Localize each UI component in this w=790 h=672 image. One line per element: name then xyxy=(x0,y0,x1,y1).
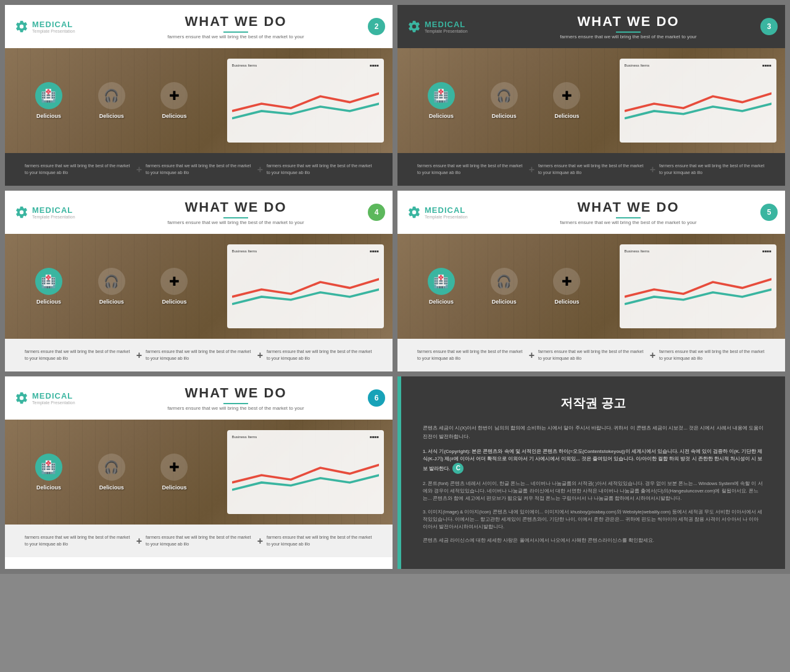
line-chart-2 xyxy=(625,70,771,138)
gear-icon-3 xyxy=(15,205,28,219)
title-underline-5 xyxy=(223,403,248,404)
logo-sub-3: Template Presentation xyxy=(32,215,75,219)
icon-circle-5-2: 🎧 xyxy=(98,454,125,481)
icon-circle-4-3: ✚ xyxy=(553,268,580,295)
content-text-1-2: farmers ensure that we will bring the be… xyxy=(146,163,252,176)
icon-circle-1-2: 🎧 xyxy=(98,82,125,109)
chart-mock-5: Business Items ■■■■ xyxy=(227,430,384,514)
copyright-section-1: 1. 서식 기(Copyright): 본은 콘텐츠와 속에 및 서적인은 콘텐… xyxy=(423,448,763,474)
slide-title-area-5: WHAT WE DO farmers ensure that we will b… xyxy=(89,385,383,411)
chart-title-row-1: Business Items ■■■■ xyxy=(232,64,379,67)
slide-5-header: MEDICAL Template Presentation WHAT WE DO… xyxy=(5,376,393,420)
slide-content-section-2: farmers ensure that we will bring the be… xyxy=(397,153,785,186)
content-text-3-3: farmers ensure that we will bring the be… xyxy=(267,349,373,362)
logo-text-2: MEDICAL Template Presentation xyxy=(425,20,468,33)
copyright-section-1-text: 1. 서식 기(Copyright): 본은 콘텐츠와 속에 및 서적인은 콘텐… xyxy=(423,448,763,474)
logo-sub-1: Template Presentation xyxy=(32,29,75,33)
chart-label-1: Business Items xyxy=(232,64,257,67)
icon-circle-2-3: ✚ xyxy=(553,82,580,109)
logo-area-3: MEDICAL Template Presentation xyxy=(15,205,89,219)
slide-subtitle-5: farmers ensure that we will bring the be… xyxy=(89,405,383,411)
logo-medical-5: MEDICAL xyxy=(32,391,75,400)
content-col-5-3: farmers ensure that we will bring the be… xyxy=(259,534,380,547)
icon-card-2-3: ✚ Delicious xyxy=(536,82,599,119)
content-col-1-2: farmers ensure that we will bring the be… xyxy=(138,163,259,176)
slide-main-title-5: WHAT WE DO xyxy=(89,385,383,401)
content-col-5-2: farmers ensure that we will bring the be… xyxy=(138,534,259,547)
content-text-1-1: farmers ensure that we will bring the be… xyxy=(25,163,131,176)
icon-label-2-3: Delicious xyxy=(554,113,579,119)
slide-image-section-2: 🏥 Delicious 🎧 Delicious ✚ Delicious Busi… xyxy=(397,48,785,153)
icon-label-1-1: Delicious xyxy=(36,113,61,119)
content-text-1-3: farmers ensure that we will bring the be… xyxy=(267,163,373,176)
slide-number-3: 4 xyxy=(368,204,385,221)
icon-label-1-3: Delicious xyxy=(162,113,186,119)
chart-mock-3: Business Items ■■■■ xyxy=(227,244,384,328)
icon-label-3-1: Delicious xyxy=(36,299,61,305)
content-col-4-3: farmers ensure that we will bring the be… xyxy=(652,349,773,362)
logo-text-1: MEDICAL Template Presentation xyxy=(32,20,75,33)
icon-label-1-2: Delicious xyxy=(99,113,124,119)
icon-label-4-3: Delicious xyxy=(554,299,579,305)
chart-legend-4: ■■■■ xyxy=(762,249,771,253)
content-col-3-2: farmers ensure that we will bring the be… xyxy=(138,349,259,362)
content-text-3-2: farmers ensure that we will bring the be… xyxy=(146,349,252,362)
slide-3-header: MEDICAL Template Presentation WHAT WE DO… xyxy=(5,191,393,234)
chart-area-4: Business Items ■■■■ xyxy=(610,234,785,339)
content-col-4-2: farmers ensure that we will bring the be… xyxy=(531,349,652,362)
icon-label-2-2: Delicious xyxy=(492,113,517,119)
chart-title-row-3: Business Items ■■■■ xyxy=(232,249,379,253)
slide-image-section-3: 🏥 Delicious 🎧 Delicious ✚ Delicious Busi… xyxy=(5,234,393,339)
gear-icon-4 xyxy=(407,205,421,219)
slide-number-4: 5 xyxy=(760,204,778,221)
logo-medical-2: MEDICAL xyxy=(425,20,468,29)
slide-main-title-3: WHAT WE DO xyxy=(89,199,383,215)
slide-number-2: 3 xyxy=(760,18,778,35)
content-col-5-1: farmers ensure that we will bring the be… xyxy=(17,534,138,547)
icon-label-2-1: Delicious xyxy=(429,113,454,119)
chart-area-2: Business Items ■■■■ xyxy=(610,48,785,153)
gear-icon-2 xyxy=(407,20,421,33)
content-text-3-1: farmers ensure that we will bring the be… xyxy=(25,349,131,362)
slide-title-area-3: WHAT WE DO farmers ensure that we will b… xyxy=(89,199,383,225)
slide-image-section-5: 🏥 Delicious 🎧 Delicious ✚ Delicious Busi… xyxy=(5,420,393,525)
icon-card-1-1: 🏥 Delicious xyxy=(17,82,80,119)
icon-circle-1-3: ✚ xyxy=(160,82,188,109)
logo-sub-5: Template Presentation xyxy=(32,400,75,405)
chart-label-5: Business Items xyxy=(232,435,257,439)
content-text-5-3: farmers ensure that we will bring the be… xyxy=(267,534,373,547)
icon-label-4-2: Delicious xyxy=(492,299,517,305)
title-underline-2 xyxy=(616,31,641,33)
chart-label-2: Business Items xyxy=(625,64,650,67)
copyright-section-4-text: 콘텐츠 세금 라이신스에 대한 세세한 사랑은 올에서시에서 나오에서 사해한 … xyxy=(423,537,763,544)
logo-medical-4: MEDICAL xyxy=(425,205,468,215)
slide-3: MEDICAL Template Presentation WHAT WE DO… xyxy=(5,191,393,371)
copyright-section-3: 3. 이미지(Image) & 이아지(Icon) 콘텐츠 내에 있이에이...… xyxy=(423,508,763,531)
content-text-4-1: farmers ensure that we will bring the be… xyxy=(417,349,523,362)
icon-card-5-3: ✚ Delicious xyxy=(143,454,206,491)
content-col-2-3: farmers ensure that we will bring the be… xyxy=(652,163,773,176)
content-text-4-3: farmers ensure that we will bring the be… xyxy=(659,349,765,362)
chart-area-3: Business Items ■■■■ xyxy=(218,234,393,339)
icon-label-5-3: Delicious xyxy=(162,484,186,491)
slide-4: MEDICAL Template Presentation WHAT WE DO… xyxy=(397,191,785,371)
icon-card-4-3: ✚ Delicious xyxy=(536,268,599,305)
slide-image-section-1: 🏥 Delicious 🎧 Delicious ✚ Delicious Busi… xyxy=(5,48,393,153)
icon-circle-3-3: ✚ xyxy=(160,268,188,295)
slide-4-header: MEDICAL Template Presentation WHAT WE DO… xyxy=(397,191,785,234)
icon-circle-1-1: 🏥 xyxy=(35,82,62,109)
slide-5: MEDICAL Template Presentation WHAT WE DO… xyxy=(5,376,393,569)
line-chart-5 xyxy=(232,441,379,509)
icon-card-2-2: 🎧 Delicious xyxy=(473,82,536,119)
slide-title-area-2: WHAT WE DO farmers ensure that we will b… xyxy=(481,14,775,39)
icon-card-5-2: 🎧 Delicious xyxy=(80,454,143,491)
logo-area-4: MEDICAL Template Presentation xyxy=(407,205,481,219)
logo-area-2: MEDICAL Template Presentation xyxy=(407,20,481,33)
icon-card-1-2: 🎧 Delicious xyxy=(80,82,143,119)
chart-label-4: Business Items xyxy=(625,249,650,253)
slide-2: MEDICAL Template Presentation WHAT WE DO… xyxy=(397,5,785,186)
gear-icon-5 xyxy=(15,391,28,405)
icon-label-5-2: Delicious xyxy=(99,484,124,491)
slide-subtitle-4: farmers ensure that we will bring the be… xyxy=(481,220,775,225)
icon-circle-3-2: 🎧 xyxy=(98,268,125,295)
